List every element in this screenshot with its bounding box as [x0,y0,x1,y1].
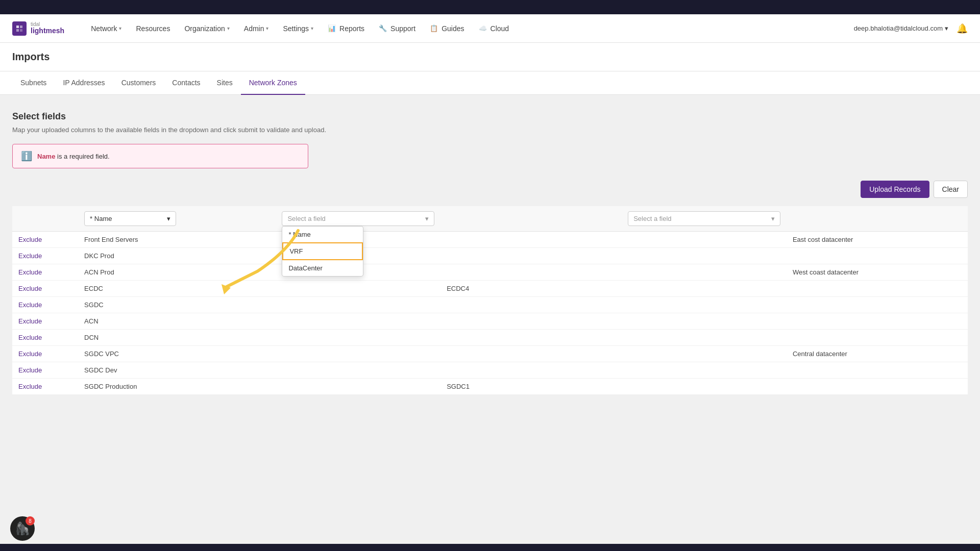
field2-column-select[interactable]: Select a field ▾ [628,211,780,226]
info-icon: ℹ️ [21,151,32,162]
row-name: DKC Prod [78,248,276,264]
field1-column-select[interactable]: Select a field ▾ [282,211,434,226]
nav-guides[interactable]: 📋 Guides [424,21,470,36]
row-col3-data: West coast datacenter [787,264,968,281]
clear-button[interactable]: Clear [934,181,968,198]
tab-sites[interactable]: Sites [209,71,241,95]
table-row: Exclude DCN [12,330,968,346]
nav-admin[interactable]: Admin ▾ [238,21,275,36]
table-row: Exclude Front End Servers East cost data… [12,232,968,248]
chevron-down-icon: ▾ [266,26,268,31]
navbar: tidal lightmesh Network ▾ Resources Orga… [0,14,980,43]
sub-tabs: Subnets IP Addresses Customers Contacts … [0,71,980,95]
col-field1-header: Select a field ▾ * Name VRF DataCenter [276,206,440,232]
row-col2-data: ECDC4 [440,281,622,297]
exclude-link[interactable]: Exclude [18,285,42,292]
chevron-down-icon: ▾ [425,215,429,222]
notification-bell[interactable]: 🔔 [957,23,968,34]
table-row: Exclude ACN [12,313,968,330]
gorilla-badge: 8 [26,516,35,525]
svg-rect-1 [20,26,22,28]
table-body: Exclude Front End Servers East cost data… [12,232,968,395]
table-row: Exclude SGDC VPC Central datacenter [12,346,968,362]
nav-resources[interactable]: Resources [130,21,176,36]
row-name: ACN [78,313,276,330]
logo-text: tidal lightmesh [31,21,64,35]
action-row: Upload Records Clear [12,181,968,198]
table-row: Exclude SGDC [12,297,968,313]
import-table: * Name ▾ Select a field ▾ [12,206,968,395]
exclude-link[interactable]: Exclude [18,236,42,243]
table-row: Exclude DKC Prod [12,248,968,264]
row-name: ACN Prod [78,264,276,281]
nav-right: deep.bhalotia@tidalcloud.com ▾ 🔔 [854,23,968,34]
name-column-select[interactable]: * Name ▾ [84,211,176,226]
chevron-down-icon: ▾ [311,26,313,31]
exclude-link[interactable]: Exclude [18,317,42,325]
field1-dropdown: * Name VRF DataCenter [282,226,363,277]
exclude-link[interactable]: Exclude [18,301,42,309]
row-col2-data: SGDC1 [440,379,622,395]
nav-network[interactable]: Network ▾ [85,21,128,36]
table-row: Exclude ACN Prod West coast datacenter [12,264,968,281]
section-description: Map your uploaded columns to the availab… [12,126,968,134]
exclude-link[interactable]: Exclude [18,383,42,390]
section-title: Select fields [12,111,968,122]
exclude-link[interactable]: Exclude [18,366,42,374]
logo-icon [12,21,27,36]
row-name: ECDC [78,281,276,297]
logo[interactable]: tidal lightmesh [12,21,64,36]
row-name: DCN [78,330,276,346]
tab-contacts[interactable]: Contacts [164,71,208,95]
dropdown-item-name[interactable]: * Name [282,227,363,242]
nav-cloud[interactable]: ☁️ Cloud [473,21,516,36]
logo-lightmesh: lightmesh [31,27,64,35]
col-data2-header [787,206,968,232]
col-name-header: * Name ▾ [78,206,276,232]
col-data1-header [440,206,622,232]
tab-subnets[interactable]: Subnets [12,71,55,95]
chevron-down-icon: ▾ [945,24,948,32]
dropdown-item-vrf[interactable]: VRF [282,242,363,260]
page-title: Imports [12,51,968,63]
svg-rect-2 [16,29,19,32]
tab-ip-addresses[interactable]: IP Addresses [55,71,113,95]
table-row: Exclude SGDC Dev [12,362,968,379]
page-header: Imports [0,43,980,71]
alert-required-field: ℹ️ Name is a required field. [12,144,308,168]
exclude-link[interactable]: Exclude [18,350,42,358]
exclude-link[interactable]: Exclude [18,252,42,260]
main-content: Select fields Map your uploaded columns … [0,95,980,544]
table-header-row: * Name ▾ Select a field ▾ [12,206,968,232]
row-col3-data: Central datacenter [787,346,968,362]
svg-rect-0 [16,26,19,28]
bottom-bar [0,544,980,551]
nav-support[interactable]: 🔧 Support [373,21,422,36]
tab-customers[interactable]: Customers [113,71,164,95]
nav-items: Network ▾ Resources Organization ▾ Admin… [85,21,854,36]
nav-organization[interactable]: Organization ▾ [178,21,235,36]
top-bar [0,0,980,14]
svg-rect-3 [20,29,22,32]
col-field2-header: Select a field ▾ [622,206,787,232]
row-name: SGDC VPC [78,346,276,362]
table-row: Exclude SGDC Production SGDC1 [12,379,968,395]
row-name: SGDC Production [78,379,276,395]
nav-user[interactable]: deep.bhalotia@tidalcloud.com ▾ [854,24,948,32]
table-wrapper: * Name ▾ Select a field ▾ [12,206,968,395]
exclude-link[interactable]: Exclude [18,334,42,341]
row-name: Front End Servers [78,232,276,248]
gorilla-widget[interactable]: 🦍 8 [10,516,35,541]
table-row: Exclude ECDC ECDC4 [12,281,968,297]
dropdown-item-datacenter[interactable]: DataCenter [282,260,363,276]
chevron-down-icon: ▾ [227,26,230,31]
row-name: SGDC [78,297,276,313]
exclude-link[interactable]: Exclude [18,268,42,276]
nav-settings[interactable]: Settings ▾ [277,21,320,36]
nav-reports[interactable]: 📊 Reports [322,21,371,36]
upload-records-button[interactable]: Upload Records [861,181,929,198]
row-name: SGDC Dev [78,362,276,379]
tab-network-zones[interactable]: Network Zones [241,71,305,95]
alert-text: Name is a required field. [37,153,110,160]
col-action-header [12,206,78,232]
